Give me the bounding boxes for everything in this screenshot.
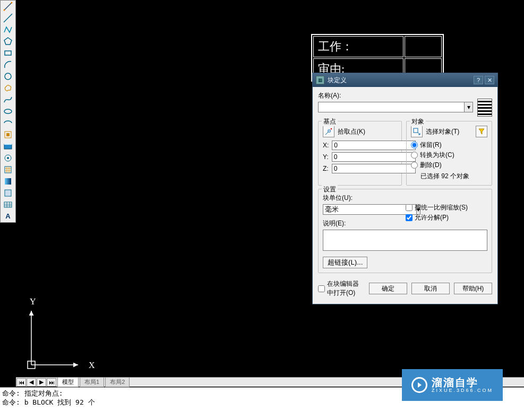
tool-point-icon[interactable] <box>1 152 15 164</box>
settings-legend: 设置 <box>322 185 338 194</box>
tool-arc-icon[interactable] <box>1 59 15 71</box>
block-definition-dialog: ▦ 块定义 ? ✕ 名称(A): ▾ 基点 拾取 <box>312 73 498 304</box>
allow-explode-label: 允许分解(P) <box>415 213 449 222</box>
dialog-titlebar[interactable]: ▦ 块定义 ? ✕ <box>313 73 497 87</box>
svg-rect-20 <box>414 128 418 133</box>
scale-uniform-checkbox[interactable] <box>406 204 413 211</box>
dialog-app-icon: ▦ <box>316 76 324 84</box>
tab-nav-prev-icon[interactable]: ◀ <box>27 378 36 387</box>
select-objects-label: 选择对象(T) <box>426 127 459 136</box>
svg-rect-3 <box>5 51 11 55</box>
open-editor-label: 在块编辑器中打开(O) <box>327 279 365 298</box>
svg-rect-13 <box>5 190 11 196</box>
tab-layout1[interactable]: 布局1 <box>80 377 104 387</box>
watermark-badge: 溜溜自学 ZIXUE.3D66.COM <box>402 369 503 401</box>
help-button-icon[interactable]: ? <box>474 76 483 84</box>
pick-point-label: 拾取点(K) <box>338 127 365 136</box>
basepoint-legend: 基点 <box>322 117 338 126</box>
tool-gradient-icon[interactable] <box>1 176 15 187</box>
tool-circle-icon[interactable] <box>1 71 15 82</box>
help-button[interactable]: 帮助(H) <box>454 283 492 294</box>
svg-point-1 <box>11 2 13 4</box>
svg-rect-11 <box>5 167 11 173</box>
tab-nav-last-icon[interactable]: ⏭ <box>47 378 56 387</box>
tool-revcloud-icon[interactable] <box>1 82 15 94</box>
delete-radio[interactable] <box>411 162 418 169</box>
cancel-button[interactable]: 取消 <box>411 283 450 294</box>
select-objects-button[interactable] <box>411 126 423 137</box>
objects-legend: 对象 <box>410 117 426 126</box>
tab-layout2[interactable]: 布局2 <box>105 377 130 387</box>
tool-block-icon[interactable] <box>1 141 15 152</box>
tab-nav-first-icon[interactable]: ⏮ <box>16 378 26 387</box>
objects-group: 对象 选择对象(T) 保留(R) 转换为块(C) 删除(D) 已选择 92 个对… <box>406 121 492 186</box>
convert-radio[interactable] <box>411 152 418 159</box>
description-textarea[interactable] <box>323 230 487 251</box>
retain-label: 保留(R) <box>420 141 442 150</box>
svg-rect-14 <box>4 202 12 207</box>
tool-insert-icon[interactable] <box>1 129 15 141</box>
tab-model[interactable]: 模型 <box>57 377 79 387</box>
svg-point-0 <box>4 10 5 11</box>
x-label: X: <box>323 142 329 149</box>
allow-explode-checkbox[interactable] <box>406 214 413 221</box>
unit-select[interactable] <box>323 204 417 215</box>
dialog-title: 块定义 <box>328 76 347 85</box>
tool-table-icon[interactable] <box>1 199 15 211</box>
selected-count: 已选择 92 个对象 <box>411 172 487 181</box>
z-input[interactable] <box>332 164 416 173</box>
settings-group: 设置 块单位(U): ▾ 说明(E): 按统一比例缩放(S) 允许分解(P) 超… <box>318 189 492 273</box>
z-label: Z: <box>323 165 329 172</box>
open-editor-checkbox[interactable] <box>318 285 325 292</box>
hyperlink-button[interactable]: 超链接(L)... <box>323 257 367 268</box>
tool-line-icon[interactable] <box>1 1 15 12</box>
svg-point-19 <box>331 128 332 129</box>
left-toolbar: A <box>0 0 16 223</box>
tool-ellipsearc-icon[interactable] <box>1 117 15 129</box>
tool-spline-icon[interactable] <box>1 94 15 106</box>
tool-pline-icon[interactable] <box>1 24 15 36</box>
quick-select-button[interactable] <box>476 126 487 137</box>
delete-label: 删除(D) <box>420 161 442 170</box>
tab-nav-next-icon[interactable]: ▶ <box>37 378 46 387</box>
y-input[interactable] <box>332 152 416 162</box>
tool-hatch-icon[interactable] <box>1 164 15 176</box>
tool-xline-icon[interactable] <box>1 12 15 24</box>
svg-point-4 <box>5 73 11 80</box>
convert-label: 转换为块(C) <box>420 151 454 160</box>
svg-rect-12 <box>5 178 11 185</box>
svg-point-9 <box>7 157 9 159</box>
description-label: 说明(E): <box>323 219 401 228</box>
block-preview-icon <box>477 99 492 117</box>
svg-text:A: A <box>5 212 11 220</box>
svg-marker-2 <box>4 38 12 45</box>
scale-uniform-label: 按统一比例缩放(S) <box>415 203 468 212</box>
ucs-y-label: Y <box>30 297 36 307</box>
x-input[interactable] <box>332 141 416 150</box>
retain-radio[interactable] <box>411 142 418 148</box>
pick-point-button[interactable] <box>323 126 334 137</box>
y-label: Y: <box>323 153 329 161</box>
svg-rect-7 <box>6 133 10 136</box>
tool-ellipse-icon[interactable] <box>1 106 15 117</box>
close-button-icon[interactable]: ✕ <box>485 76 494 84</box>
block-name-dropdown-icon[interactable]: ▾ <box>465 102 473 112</box>
play-icon <box>411 377 427 393</box>
tool-rectangle-icon[interactable] <box>1 47 15 59</box>
svg-point-5 <box>4 109 12 113</box>
block-name-input[interactable] <box>318 102 465 112</box>
tool-polygon-icon[interactable] <box>1 36 15 47</box>
basepoint-group: 基点 拾取点(K) X: Y: Z: <box>318 121 402 186</box>
ok-button[interactable]: 确定 <box>369 283 407 294</box>
work-label: 工作： <box>313 36 403 57</box>
unit-label: 块单位(U): <box>323 194 401 203</box>
tool-region-icon[interactable] <box>1 187 15 199</box>
watermark-sub: ZIXUE.3D66.COM <box>432 388 493 393</box>
tool-mtext-icon[interactable]: A <box>1 211 15 222</box>
name-label: 名称(A): <box>318 91 473 100</box>
watermark-brand: 溜溜自学 <box>432 377 493 388</box>
svg-rect-8 <box>4 144 12 149</box>
